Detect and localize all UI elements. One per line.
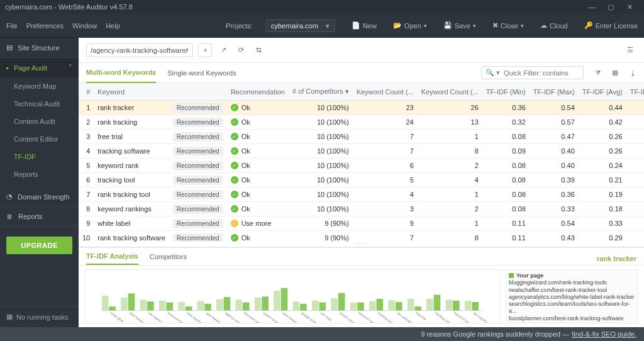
sidebar-sub-content-audit[interactable]: Content Audit: [0, 113, 79, 130]
menu-preferences[interactable]: Preferences: [26, 22, 64, 30]
col-min[interactable]: TF-IDF (Min): [482, 83, 530, 101]
sync-icon[interactable]: ⇆: [252, 44, 265, 57]
svg-rect-46: [388, 300, 395, 311]
svg-rect-53: [434, 294, 441, 310]
svg-rect-59: [472, 302, 479, 311]
sidebar-sub-technical-audit[interactable]: Technical Audit: [0, 95, 79, 113]
close-window-button[interactable]: ✕: [620, 3, 639, 11]
sidebar-domain-strength[interactable]: ◔ Domain Strength: [0, 187, 79, 207]
menu-help[interactable]: Help: [106, 22, 120, 30]
svg-text:rank tracking tool: rank tracking tool: [186, 311, 208, 323]
svg-text:serp features: serp features: [205, 311, 223, 323]
svg-rect-17: [204, 304, 211, 311]
svg-rect-35: [319, 303, 326, 311]
svg-text:tracking tool: tracking tool: [377, 311, 394, 323]
add-page-button[interactable]: ＋: [198, 43, 212, 57]
project-selector[interactable]: cybernaira.com: [265, 20, 335, 32]
svg-rect-38: [338, 293, 345, 311]
footer-text: 9 reasons Google rankings suddenly dropp…: [421, 330, 569, 338]
projects-label: Projects:: [226, 22, 253, 30]
menubar: File Preferences Window Help Projects: c…: [0, 14, 644, 38]
refresh-icon[interactable]: ⟳: [235, 44, 247, 57]
open-button[interactable]: 📂 Open ▾: [393, 21, 427, 30]
tab-multi-word[interactable]: Multi-word Keywords: [86, 63, 156, 83]
legend-swatch-icon: [509, 273, 514, 278]
btab-competitors[interactable]: Competitors: [150, 253, 187, 264]
minimize-button[interactable]: —: [582, 3, 601, 11]
recommended-badge: Recommended: [173, 190, 223, 199]
share-icon[interactable]: ↗: [217, 44, 230, 57]
splitter[interactable]: ⋯⋯: [79, 242, 644, 247]
page-url-selector[interactable]: /agency-rank-tracking-software/: [86, 43, 193, 57]
table-row[interactable]: 6 tracking tool Recommended ✓ Ok 10 (100…: [79, 173, 644, 187]
col-avg[interactable]: TF-IDF (Avg): [579, 83, 626, 101]
svg-rect-13: [178, 302, 185, 311]
svg-rect-8: [147, 301, 154, 310]
col-competitors[interactable]: # of Competitors ▾: [289, 83, 353, 101]
col-yours[interactable]: TF-IDF (Your Pa...: [626, 83, 644, 101]
col-recommendation[interactable]: Recommendation: [227, 83, 289, 101]
legend-item: seoreseller.com/rank-tracker: [509, 322, 635, 323]
svg-rect-5: [128, 293, 135, 310]
table-row[interactable]: 3 free trial Recommended ✓ Ok 10 (100%) …: [79, 130, 644, 144]
table-row[interactable]: 1 rank tracker Recommended ✓ Ok 10 (100%…: [79, 101, 644, 115]
recommended-badge: Recommended: [173, 118, 223, 127]
svg-rect-25: [255, 298, 262, 311]
tfidf-chart[interactable]: white labelrank tracking softwareseo age…: [85, 269, 501, 323]
upgrade-button[interactable]: UPGRADE: [6, 237, 72, 254]
save-button[interactable]: 💾 Save ▾: [443, 21, 476, 30]
table-row[interactable]: 8 keyword rankings Recommended ✓ Ok 10 (…: [79, 202, 644, 216]
titlebar: cybernaira.com - WebSite Auditor v4.57.8…: [0, 0, 644, 14]
col-max[interactable]: TF-IDF (Max): [530, 83, 579, 101]
cloud-button[interactable]: ☁ Cloud: [540, 21, 568, 30]
sidebar-reports[interactable]: 🗎 Reports: [0, 207, 79, 226]
status-ok-icon: ✓: [231, 104, 238, 111]
export-icon[interactable]: ⭳: [630, 69, 636, 77]
sidebar-sub-keyword-map[interactable]: Keyword Map: [0, 77, 79, 95]
table-row[interactable]: 9 white label Recommended ! Use more 9 (…: [79, 216, 644, 231]
col-index[interactable]: #: [79, 83, 94, 101]
sidebar-sub-content-editor[interactable]: Content Editor: [0, 130, 79, 148]
svg-rect-11: [166, 303, 173, 311]
btab-analysis[interactable]: TF-IDF Analysis: [86, 252, 138, 265]
new-button[interactable]: 📄 New: [352, 21, 377, 30]
quick-filter-input[interactable]: [504, 69, 579, 77]
close-button[interactable]: ✖ Close ▾: [492, 21, 524, 30]
view-options-icon[interactable]: ☰: [624, 44, 636, 57]
selected-keyword-label: rank tracker: [597, 255, 636, 262]
svg-text:seo tools: seo tools: [320, 311, 333, 322]
keyword-tabs: Multi-word Keywords Single-word Keywords…: [79, 63, 644, 83]
quick-filter[interactable]: 🔍 ▾: [481, 66, 584, 79]
menu-file[interactable]: File: [6, 22, 18, 30]
columns-icon[interactable]: ▦: [612, 69, 618, 77]
svg-rect-50: [414, 306, 421, 310]
col-kcount1[interactable]: Keyword Count (...: [353, 83, 418, 101]
recommended-badge: Recommended: [173, 103, 223, 113]
table-row[interactable]: 4 tracking software Recommended ✓ Ok 10 …: [79, 144, 644, 159]
menu-window[interactable]: Window: [72, 22, 97, 30]
table-row[interactable]: 7 rank tracking tool Recommended ✓ Ok 10…: [79, 187, 644, 202]
maximize-button[interactable]: ▢: [601, 3, 620, 11]
footer-link[interactable]: find-&-fix SEO guide.: [572, 330, 636, 338]
keyword-table-wrap[interactable]: # Keyword Recommendation # of Competitor…: [79, 83, 644, 242]
svg-text:agency rank: agency rank: [225, 311, 242, 323]
svg-text:keyword rank: keyword rank: [243, 311, 262, 323]
sidebar-sub-tfidf[interactable]: TF-IDF: [0, 148, 79, 165]
recommended-badge: Recommended: [173, 233, 223, 242]
recommended-badge: Recommended: [173, 176, 223, 185]
svg-rect-10: [159, 301, 166, 311]
table-row[interactable]: 2 rank tracking Recommended ✓ Ok 10 (100…: [79, 115, 644, 130]
svg-rect-58: [465, 301, 472, 311]
svg-rect-49: [408, 299, 414, 311]
recommended-badge: Recommended: [173, 161, 223, 170]
filter-icon[interactable]: ⧩: [595, 69, 601, 77]
col-keyword[interactable]: Keyword: [94, 83, 169, 101]
sidebar-sub-reports[interactable]: Reports: [0, 165, 79, 183]
col-kcount2[interactable]: Keyword Count (...: [418, 83, 482, 101]
sidebar-page-audit[interactable]: ▪ Page Audit˅: [0, 58, 79, 77]
table-row[interactable]: 5 keyword rank Recommended ✓ Ok 10 (100%…: [79, 159, 644, 173]
sidebar-site-structure[interactable]: ▤ Site Structure: [0, 38, 79, 58]
enter-license-button[interactable]: 🔑 Enter License: [584, 21, 638, 30]
svg-rect-32: [300, 304, 307, 311]
tab-single-word[interactable]: Single-word Keywords: [167, 64, 236, 82]
